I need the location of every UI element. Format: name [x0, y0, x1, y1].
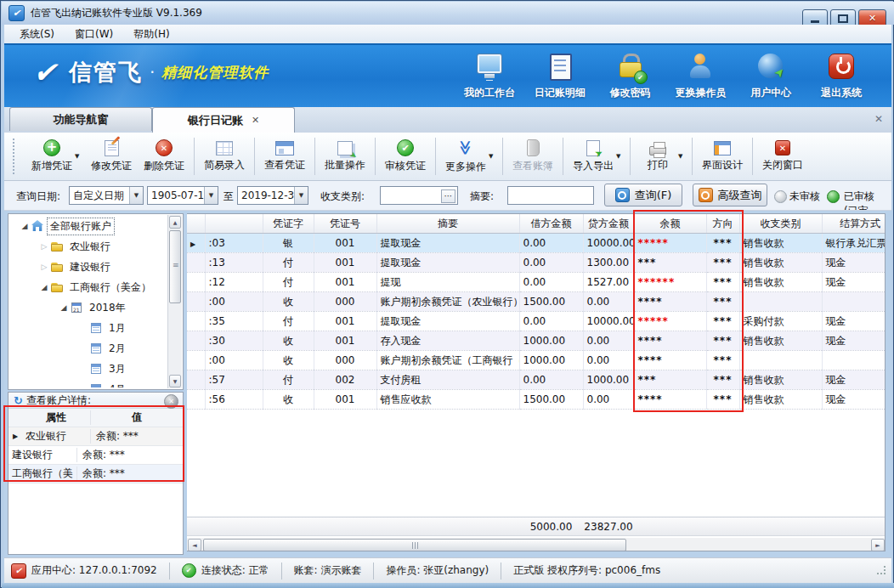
- scroll-thumb[interactable]: [203, 539, 626, 551]
- account-row[interactable]: ▶ 工商银行（美 余额: ***: [8, 465, 183, 483]
- column-header[interactable]: 方向: [706, 214, 739, 234]
- table-row[interactable]: :56 收 001 销售应收款 1500.00 0.00 **** *** 销售…: [187, 390, 886, 410]
- tree-node-label[interactable]: 农业银行: [67, 239, 113, 255]
- toolbar-button[interactable]: 查看凭证: [258, 135, 311, 178]
- tree-node-label[interactable]: 4月: [106, 382, 128, 388]
- dropdown-arrow-icon[interactable]: ▼: [75, 153, 83, 160]
- tree-expander-icon[interactable]: ◢: [58, 303, 70, 312]
- toolbar-button[interactable]: 批量操作: [319, 135, 371, 178]
- summary-input[interactable]: [507, 186, 594, 205]
- column-header[interactable]: 贷方金额: [583, 214, 634, 234]
- tree-node-label[interactable]: 建设银行: [67, 259, 113, 275]
- tree-item[interactable]: ◢ 工商银行（美金）: [8, 277, 168, 297]
- audited-status-icon[interactable]: [827, 190, 840, 203]
- column-header[interactable]: 余额: [634, 214, 706, 234]
- toolbar-button[interactable]: 查看账簿: [506, 135, 559, 178]
- query-button[interactable]: 查询(F): [604, 184, 682, 206]
- banner-action[interactable]: 修改密码: [604, 52, 657, 100]
- dropdown-arrow-icon[interactable]: ▼: [678, 153, 687, 160]
- column-header[interactable]: 摘要: [376, 214, 519, 234]
- account-row[interactable]: ▶ 建设银行 余额: ***: [8, 446, 183, 465]
- table-row[interactable]: :57 付 002 支付房租 0.00 1000.00 *** *** 销售收款…: [187, 370, 886, 390]
- banner-action[interactable]: 我的工作台: [463, 52, 516, 100]
- dropdown-arrow-icon[interactable]: ▼: [616, 153, 625, 160]
- menu-item[interactable]: 窗口(W): [65, 25, 123, 43]
- column-header[interactable]: [205, 214, 263, 234]
- panel-close-icon[interactable]: ✕: [874, 113, 883, 125]
- table-row[interactable]: :03 银 001 提取现金 0.00 10000.00 ***** *** 销…: [187, 234, 886, 253]
- chevron-down-icon[interactable]: ▼: [204, 187, 218, 204]
- chevron-down-icon[interactable]: ▼: [129, 187, 143, 204]
- scroll-down-icon[interactable]: ▼: [169, 375, 181, 387]
- tree-expander-icon[interactable]: ▷: [38, 263, 50, 271]
- date-to-select[interactable]: 2019-12-31 ▼: [237, 186, 308, 205]
- scroll-up-icon[interactable]: ▲: [169, 216, 181, 229]
- table-row[interactable]: :30 收 001 存入现金 1000.00 0.00 **** *** 销售收…: [187, 331, 886, 351]
- banner-action[interactable]: 更换操作员: [674, 52, 727, 100]
- tree-expander-icon[interactable]: ◢: [19, 222, 31, 230]
- tab-close-icon[interactable]: ✕: [252, 115, 259, 126]
- toolbar-button[interactable]: 删除凭证: [138, 135, 190, 178]
- refresh-icon[interactable]: ↻: [14, 394, 23, 407]
- table-row[interactable]: :00 收 000 账户期初余额凭证（工商银行（美金）） 1000.00 0.0…: [187, 351, 886, 370]
- menu-item[interactable]: 系统(S): [9, 25, 65, 43]
- toolbar-button[interactable]: 修改凭证: [85, 135, 138, 178]
- detail-close-icon[interactable]: ✕: [164, 394, 178, 409]
- chevron-down-icon[interactable]: ▼: [294, 187, 308, 204]
- column-header[interactable]: 凭证号: [314, 214, 376, 234]
- tab[interactable]: 银行日记账 ✕: [152, 107, 295, 133]
- tree-item[interactable]: ▷ 建设银行: [8, 257, 168, 277]
- column-header[interactable]: 收支类别: [739, 214, 822, 234]
- tree-node-label[interactable]: 3月: [106, 361, 128, 377]
- tree-node-label[interactable]: 2月: [106, 341, 128, 357]
- banner-action[interactable]: 日记账明细: [534, 52, 586, 100]
- menu-item[interactable]: 帮助(H): [123, 25, 179, 43]
- tree-scrollbar[interactable]: ▲ ▼: [167, 215, 182, 388]
- tree-node-label[interactable]: 2018年: [87, 300, 128, 316]
- tree-node-label[interactable]: 工商银行（美金）: [67, 280, 154, 296]
- toolbar-button[interactable]: 导入导出: [567, 135, 620, 178]
- toolbar-button[interactable]: 界面设计: [696, 135, 749, 178]
- category-input[interactable]: ⋯: [380, 186, 458, 205]
- tree-node-label[interactable]: 1月: [106, 320, 128, 336]
- banner-action[interactable]: 退出系统: [815, 52, 868, 100]
- category-picker-icon[interactable]: ⋯: [441, 189, 455, 203]
- account-row[interactable]: ▶ 农业银行 余额: ***: [8, 427, 183, 446]
- resize-grip[interactable]: [876, 565, 886, 575]
- toolbar-button[interactable]: 简易录入: [198, 135, 251, 178]
- table-row[interactable]: :35 付 001 提取现金 0.00 10000.00 ***** *** 采…: [187, 312, 886, 331]
- toolbar-button[interactable]: 打印: [634, 135, 682, 178]
- column-header[interactable]: 借方金额: [519, 214, 583, 234]
- tree-item[interactable]: ◢ 2018年: [8, 297, 168, 318]
- horizontal-scrollbar[interactable]: ◄ ►: [187, 538, 886, 551]
- scroll-right-icon[interactable]: ►: [871, 539, 885, 551]
- toolbar-button[interactable]: 更多操作: [439, 135, 492, 178]
- tree-item[interactable]: ▷ 农业银行: [8, 236, 168, 257]
- banner-action[interactable]: 用户中心: [744, 52, 797, 100]
- date-from-select[interactable]: 1905-07-10 ▼: [147, 186, 218, 205]
- table-row[interactable]: :13 付 001 提取现金 0.00 1300.00 *** *** 销售收款…: [187, 253, 886, 273]
- tree-item[interactable]: ◢ 全部银行账户: [8, 216, 168, 236]
- table-row[interactable]: :00 收 000 账户期初余额凭证（农业银行） 1500.00 0.00 **…: [187, 292, 886, 312]
- column-header[interactable]: 凭证字: [263, 214, 314, 234]
- toolbar-button[interactable]: 关闭窗口: [756, 135, 809, 178]
- tab[interactable]: 功能导航窗 ✕: [9, 107, 152, 131]
- date-mode-select[interactable]: 自定义日期 ▼: [69, 186, 144, 205]
- column-header[interactable]: 结算方式: [822, 214, 886, 234]
- scroll-left-icon[interactable]: ◄: [188, 539, 201, 551]
- unaudited-status-icon[interactable]: [774, 190, 787, 203]
- tree-expander-icon[interactable]: ▷: [38, 242, 50, 251]
- table-row[interactable]: :12 付 001 提现 0.00 1527.00 ****** *** 销售收…: [187, 273, 886, 292]
- toolbar-button[interactable]: 新增凭证: [25, 135, 78, 178]
- scroll-thumb[interactable]: [169, 230, 181, 303]
- tree-item[interactable]: 2月: [8, 338, 168, 359]
- advanced-query-button[interactable]: 高级查询: [693, 184, 767, 206]
- tree-item[interactable]: 3月: [8, 359, 168, 379]
- tree-node-label[interactable]: 全部银行账户: [48, 218, 114, 235]
- tree-expander-icon[interactable]: ◢: [38, 283, 50, 291]
- toolbar-button[interactable]: 审核凭证: [379, 135, 432, 178]
- dropdown-arrow-icon[interactable]: ▼: [489, 153, 497, 160]
- tree-item[interactable]: 1月: [8, 318, 168, 338]
- tree-item[interactable]: 4月: [8, 379, 168, 387]
- column-header[interactable]: [187, 214, 205, 234]
